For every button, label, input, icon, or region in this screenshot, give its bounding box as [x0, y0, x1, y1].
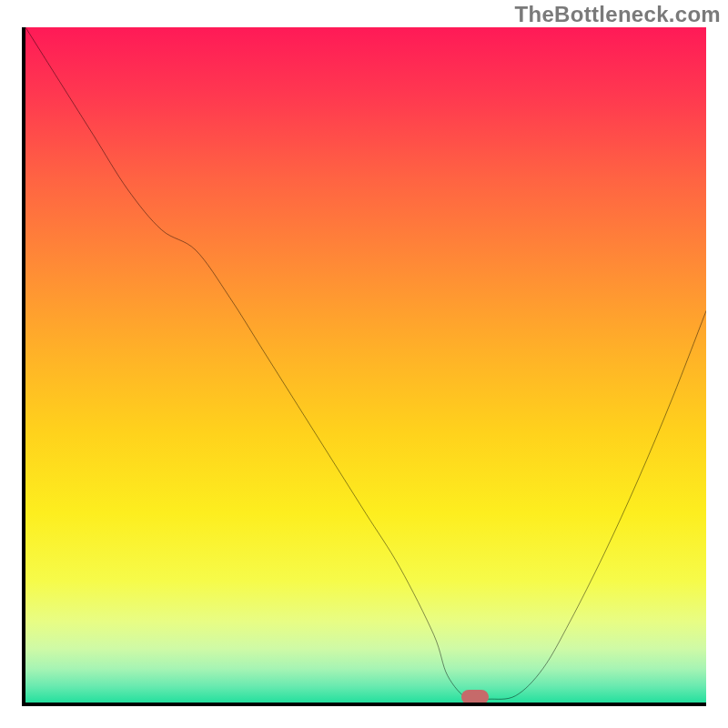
chart-container: TheBottleneck.com	[0, 0, 728, 728]
plot-area	[22, 27, 706, 706]
watermark-text: TheBottleneck.com	[515, 2, 721, 27]
optimal-point-marker	[461, 690, 489, 704]
bottleneck-curve	[25, 27, 706, 703]
